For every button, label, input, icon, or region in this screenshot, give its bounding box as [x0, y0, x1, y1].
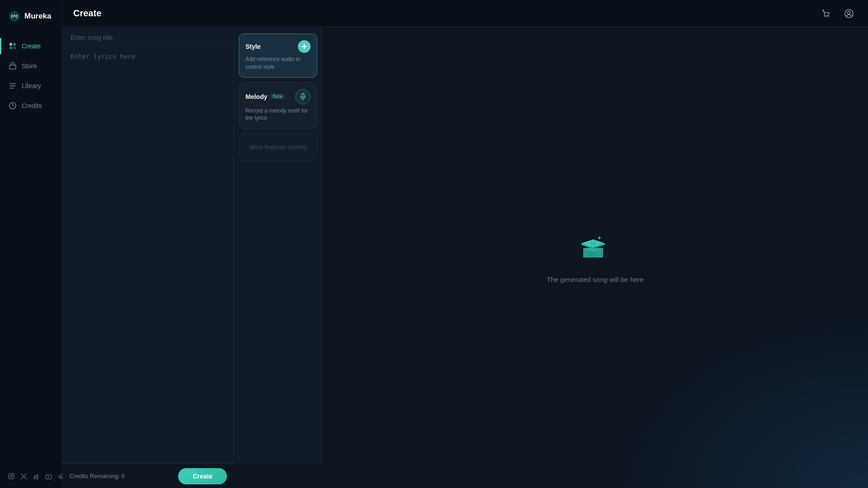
sidebar-item-store[interactable]: Store — [0, 56, 62, 76]
svg-point-9 — [12, 474, 13, 475]
sidebar-label-credits: Credits — [22, 102, 42, 109]
svg-rect-15 — [302, 94, 304, 97]
features-panel: Style Add reference audio to control sty… — [234, 27, 322, 464]
sidebar-label-create: Create — [22, 42, 41, 50]
create-bar: Credits Remaining: 0 Create — [62, 464, 234, 488]
lyrics-panel: 0/3000 — [62, 27, 234, 488]
sidebar-item-create[interactable]: Create — [0, 36, 62, 56]
main-header: Create — [62, 0, 868, 27]
svg-point-11 — [825, 16, 826, 17]
style-description: Add reference audio to control style — [245, 56, 311, 71]
empty-state: The generated song will be here — [547, 232, 643, 283]
library-icon — [8, 81, 17, 90]
empty-state-text: The generated song will be here — [547, 276, 643, 283]
sidebar-label-library: Library — [22, 82, 41, 89]
style-card-header: Style — [245, 40, 311, 53]
style-feature-card[interactable]: Style Add reference audio to control sty… — [239, 33, 317, 78]
sidebar-label-store: Store — [22, 62, 37, 70]
x-icon[interactable] — [21, 474, 27, 481]
svg-rect-3 — [9, 47, 12, 49]
logo-text: Mureka — [24, 12, 52, 21]
content-area: 0/3000 — [62, 27, 868, 488]
svg-point-12 — [828, 16, 829, 17]
style-title: Style — [245, 43, 260, 50]
sidebar: Mureka Create Store — [0, 0, 62, 488]
logo-area: Mureka — [0, 0, 62, 33]
sidebar-item-credits[interactable]: Credits — [0, 96, 62, 116]
coming-soon-card: More features coming — [239, 133, 317, 161]
tiktok-icon[interactable] — [33, 474, 39, 481]
song-title-section — [62, 27, 234, 47]
svg-point-14 — [848, 11, 850, 14]
melody-description: Record a melody motif for the lyrics — [245, 107, 311, 122]
beta-badge: Beta — [270, 94, 285, 99]
lyrics-textarea-section — [62, 47, 234, 462]
sidebar-navigation: Create Store Library — [0, 36, 62, 116]
lyrics-textarea[interactable] — [71, 53, 226, 456]
svg-rect-1 — [9, 43, 12, 46]
cart-button[interactable] — [818, 5, 835, 22]
svg-point-8 — [10, 475, 13, 478]
empty-state-icon — [577, 232, 613, 268]
melody-title: Melody Beta — [245, 93, 285, 100]
svg-rect-2 — [13, 43, 16, 46]
store-icon — [8, 61, 17, 70]
credits-icon — [8, 101, 17, 110]
melody-card-header: Melody Beta — [245, 89, 311, 104]
user-avatar-button[interactable] — [841, 5, 857, 22]
song-title-input[interactable] — [71, 34, 226, 41]
instagram-icon[interactable] — [8, 473, 14, 481]
youtube-icon[interactable] — [45, 474, 52, 481]
melody-mic-button[interactable] — [295, 89, 311, 104]
svg-rect-7 — [9, 474, 14, 479]
style-add-button[interactable] — [298, 40, 311, 53]
melody-feature-card[interactable]: Melody Beta Record a melody motif for th… — [239, 82, 317, 129]
credits-remaining-label: Credits Remaining: 0 — [70, 473, 173, 479]
coming-soon-text: More features coming — [245, 140, 311, 154]
svg-rect-5 — [9, 65, 16, 69]
social-links — [0, 466, 62, 488]
create-icon — [8, 42, 17, 51]
page-title: Create — [73, 8, 101, 19]
svg-rect-4 — [13, 47, 16, 49]
generated-panel: The generated song will be here — [322, 27, 868, 488]
header-actions — [818, 5, 857, 22]
mureka-logo-icon — [8, 10, 21, 23]
svg-point-0 — [9, 11, 20, 22]
create-button[interactable]: Create — [178, 468, 227, 484]
sidebar-item-library[interactable]: Library — [0, 76, 62, 96]
